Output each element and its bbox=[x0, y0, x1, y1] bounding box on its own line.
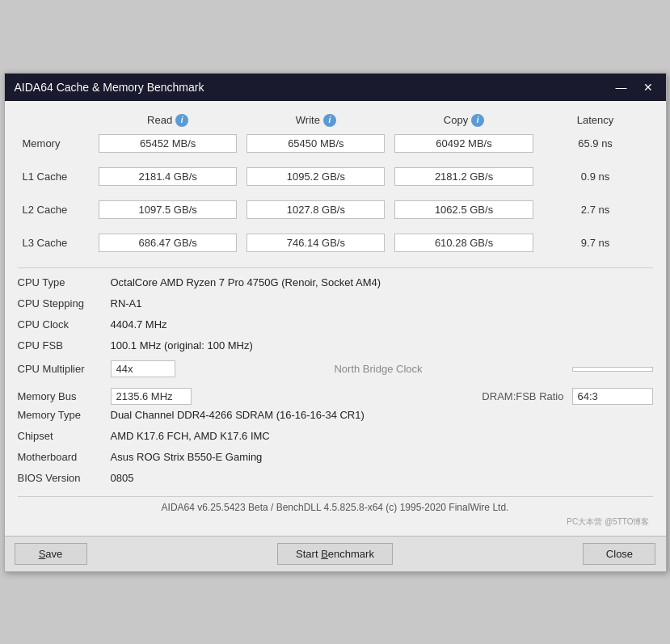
spacer-row bbox=[18, 223, 653, 229]
cpu-multiplier-row: CPU Multiplier 44x North Bridge Clock bbox=[18, 360, 653, 378]
watermark: PC大本营 @5TTO博客 bbox=[18, 516, 653, 529]
row-label: L1 Cache bbox=[18, 163, 95, 190]
copy-value: 2181.2 GB/s bbox=[390, 163, 537, 190]
col-copy: Copy i bbox=[390, 111, 537, 130]
footer-text: AIDA64 v6.25.5423 Beta / BenchDLL 4.5.82… bbox=[18, 496, 653, 516]
bench-row-memory: Memory 65452 MB/s 65450 MB/s 60492 MB/s … bbox=[18, 130, 653, 157]
bench-row-l3-cache: L3 Cache 686.47 GB/s 746.14 GB/s 610.28 … bbox=[18, 229, 653, 256]
save-button[interactable]: Save bbox=[15, 543, 87, 565]
latency-value: 65.9 ns bbox=[538, 130, 653, 157]
benchmark-table: Read i Write i Copy i bbox=[18, 111, 653, 256]
cpu-fsb-row: CPU FSB 100.1 MHz (original: 100 MHz) bbox=[18, 339, 653, 357]
row-label: L2 Cache bbox=[18, 196, 95, 223]
memory-type-row: Memory Type Dual Channel DDR4-4266 SDRAM… bbox=[18, 409, 653, 427]
write-info-icon[interactable]: i bbox=[323, 114, 336, 127]
minimize-button[interactable]: — bbox=[613, 80, 630, 95]
motherboard-row: Motherboard Asus ROG Strix B550-E Gaming bbox=[18, 451, 653, 469]
copy-value: 610.28 GB/s bbox=[390, 229, 537, 256]
chipset-row: Chipset AMD K17.6 FCH, AMD K17.6 IMC bbox=[18, 430, 653, 448]
write-value: 65450 MB/s bbox=[242, 130, 390, 157]
bios-row: BIOS Version 0805 bbox=[18, 472, 653, 490]
latency-value: 0.9 ns bbox=[538, 163, 653, 190]
spacer-row bbox=[18, 190, 653, 196]
close-button[interactable]: Close bbox=[583, 543, 655, 565]
read-info-icon[interactable]: i bbox=[175, 114, 188, 127]
title-bar: AIDA64 Cache & Memory Benchmark — ✕ bbox=[5, 74, 666, 101]
row-label: L3 Cache bbox=[18, 229, 95, 256]
read-value: 1097.5 GB/s bbox=[94, 196, 242, 223]
start-benchmark-button[interactable]: Start Benchmark bbox=[277, 543, 393, 565]
copy-value: 60492 MB/s bbox=[390, 130, 537, 157]
button-bar: Save Start Benchmark Close bbox=[5, 536, 666, 571]
system-info-section: CPU Type OctalCore AMD Ryzen 7 Pro 4750G… bbox=[18, 267, 653, 490]
title-bar-controls: — ✕ bbox=[613, 80, 656, 95]
col-read: Read i bbox=[94, 111, 242, 130]
write-value: 1027.8 GB/s bbox=[242, 196, 390, 223]
col-write: Write i bbox=[242, 111, 390, 130]
main-window: AIDA64 Cache & Memory Benchmark — ✕ bbox=[4, 73, 667, 572]
window-title: AIDA64 Cache & Memory Benchmark bbox=[15, 81, 204, 94]
bench-row-l1-cache: L1 Cache 2181.4 GB/s 1095.2 GB/s 2181.2 … bbox=[18, 163, 653, 190]
read-value: 2181.4 GB/s bbox=[94, 163, 242, 190]
copy-info-icon[interactable]: i bbox=[471, 114, 484, 127]
write-value: 1095.2 GB/s bbox=[242, 163, 390, 190]
read-value: 686.47 GB/s bbox=[94, 229, 242, 256]
write-value: 746.14 GB/s bbox=[242, 229, 390, 256]
read-value: 65452 MB/s bbox=[94, 130, 242, 157]
cpu-clock-row: CPU Clock 4404.7 MHz bbox=[18, 318, 653, 336]
cpu-type-row: CPU Type OctalCore AMD Ryzen 7 Pro 4750G… bbox=[18, 276, 653, 294]
bench-row-l2-cache: L2 Cache 1097.5 GB/s 1027.8 GB/s 1062.5 … bbox=[18, 196, 653, 223]
main-content: Read i Write i Copy i bbox=[5, 101, 666, 536]
col-latency: Latency bbox=[538, 111, 653, 130]
close-window-button[interactable]: ✕ bbox=[640, 80, 656, 95]
cpu-stepping-row: CPU Stepping RN-A1 bbox=[18, 297, 653, 315]
latency-value: 2.7 ns bbox=[538, 196, 653, 223]
spacer-row bbox=[18, 157, 653, 163]
latency-value: 9.7 ns bbox=[538, 229, 653, 256]
copy-value: 1062.5 GB/s bbox=[390, 196, 537, 223]
memory-bus-row: Memory Bus 2135.6 MHz DRAM:FSB Ratio 64:… bbox=[18, 388, 653, 406]
row-label: Memory bbox=[18, 130, 95, 157]
